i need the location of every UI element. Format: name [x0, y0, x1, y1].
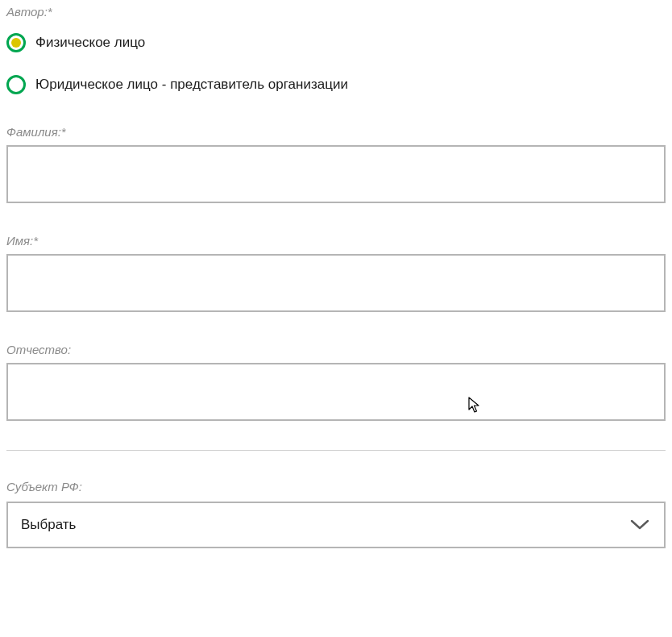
name-input[interactable] [6, 254, 666, 312]
region-select[interactable]: Выбрать [6, 502, 666, 548]
radio-individual[interactable]: Физическое лицо [6, 33, 666, 52]
surname-input[interactable] [6, 145, 666, 203]
name-field: Имя:* [6, 234, 666, 312]
radio-selected-icon [6, 33, 26, 52]
chevron-down-icon [630, 519, 649, 531]
surname-field: Фамилия:* [6, 125, 666, 203]
region-label: Субъект РФ: [6, 480, 666, 493]
name-label: Имя:* [6, 234, 666, 248]
radio-individual-label: Физическое лицо [35, 35, 145, 51]
author-type-radio-group: Физическое лицо Юридическое лицо - предс… [6, 33, 666, 94]
author-label: Автор:* [6, 5, 666, 19]
patronymic-field: Отчество: [6, 343, 666, 421]
patronymic-input[interactable] [6, 363, 666, 421]
region-select-text: Выбрать [21, 517, 76, 533]
region-field: Субъект РФ: Выбрать [6, 480, 666, 548]
surname-label: Фамилия:* [6, 125, 666, 139]
section-divider [6, 450, 666, 451]
radio-legal-label: Юридическое лицо - представитель организ… [35, 77, 348, 93]
radio-unselected-icon [6, 75, 26, 94]
radio-legal[interactable]: Юридическое лицо - представитель организ… [6, 75, 666, 94]
patronymic-label: Отчество: [6, 343, 666, 356]
